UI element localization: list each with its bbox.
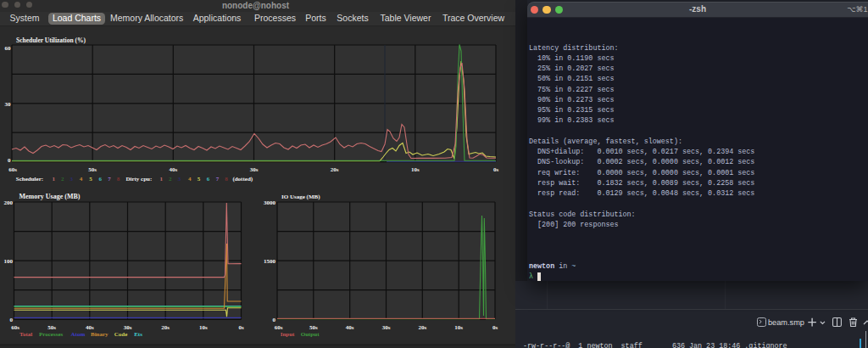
svg-text:0s: 0s (493, 166, 499, 173)
svg-text:50s: 50s (309, 324, 318, 331)
svg-text:1500: 1500 (264, 258, 276, 265)
svg-text:40s: 40s (346, 324, 354, 331)
svg-text:10s: 10s (199, 324, 208, 331)
svg-text:8: 8 (225, 176, 228, 182)
svg-text:30s: 30s (124, 324, 132, 331)
svg-text:Output: Output (301, 331, 320, 338)
svg-text:30: 30 (5, 101, 12, 108)
svg-text:0: 0 (273, 317, 276, 323)
svg-text:Atom: Atom (71, 331, 86, 338)
svg-text:3000: 3000 (264, 199, 276, 206)
svg-text:Total: Total (19, 331, 32, 338)
svg-text:Memory Usage (MB): Memory Usage (MB) (19, 193, 81, 200)
svg-text:2: 2 (169, 176, 172, 182)
svg-text:Scheduler:: Scheduler: (16, 176, 43, 182)
svg-text:beam.smp: beam.smp (768, 318, 804, 327)
svg-text:200: 200 (4, 199, 14, 206)
svg-text:0: 0 (10, 317, 14, 323)
svg-text:30s: 30s (382, 324, 391, 331)
svg-text:20s: 20s (418, 324, 426, 331)
svg-text:0: 0 (8, 157, 11, 164)
svg-text:7: 7 (216, 176, 220, 182)
svg-text:Processes: Processes (39, 331, 64, 338)
svg-text:Ets: Ets (134, 331, 142, 338)
svg-text:60: 60 (5, 45, 12, 52)
svg-text:(dotted): (dotted) (232, 176, 253, 182)
svg-text:2: 2 (61, 176, 64, 182)
svg-text:4: 4 (80, 176, 83, 182)
svg-text:IO Usage (MB): IO Usage (MB) (281, 194, 320, 200)
svg-text:4: 4 (188, 176, 192, 182)
svg-text:40s: 40s (169, 166, 177, 173)
svg-text:1: 1 (53, 176, 56, 182)
svg-text:0s: 0s (238, 324, 244, 331)
svg-text:Dirty cpu:: Dirty cpu: (125, 176, 152, 182)
svg-text:60s: 60s (275, 324, 283, 331)
svg-text:0s: 0s (492, 324, 498, 331)
svg-text:10s: 10s (411, 166, 420, 173)
svg-text:Binary: Binary (91, 331, 108, 338)
svg-text:100: 100 (4, 258, 14, 265)
svg-text:Scheduler Utilization (%): Scheduler Utilization (%) (16, 36, 86, 44)
svg-text:40s: 40s (86, 324, 94, 331)
svg-text:60s: 60s (11, 324, 19, 331)
svg-text:6: 6 (207, 176, 210, 182)
svg-text:30s: 30s (250, 166, 259, 173)
svg-text:Code: Code (114, 331, 128, 338)
svg-text:3: 3 (178, 176, 181, 182)
svg-text:5: 5 (89, 176, 92, 182)
svg-text:20s: 20s (161, 324, 170, 331)
svg-text:20s: 20s (331, 166, 339, 173)
svg-text:7: 7 (108, 176, 111, 182)
svg-text:1: 1 (159, 176, 163, 182)
svg-text:6: 6 (99, 176, 103, 182)
svg-text:3: 3 (70, 176, 74, 182)
svg-text:50s: 50s (47, 324, 56, 331)
svg-text:Input: Input (281, 331, 295, 338)
svg-text:8: 8 (117, 176, 120, 182)
svg-text:5: 5 (198, 176, 201, 182)
svg-text:10s: 10s (454, 324, 463, 331)
svg-text:60s: 60s (8, 166, 17, 173)
svg-text:50s: 50s (88, 166, 97, 173)
